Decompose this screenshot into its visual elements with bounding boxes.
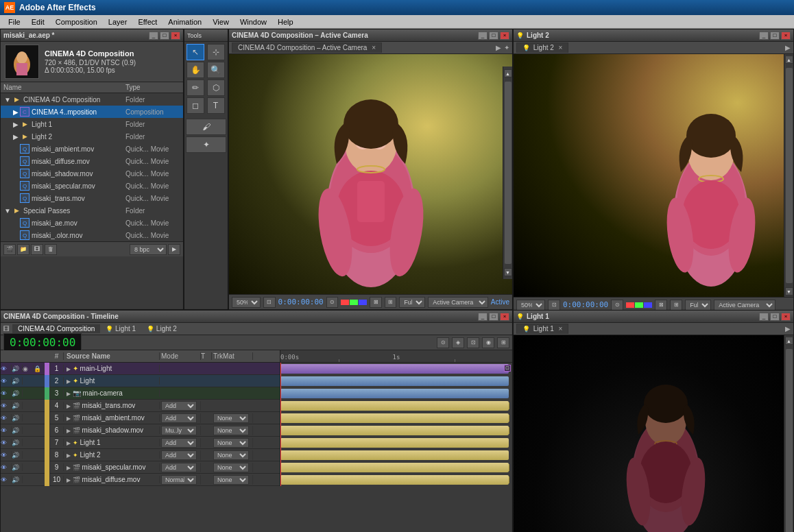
audio-icon[interactable]: 🔊 <box>12 452 19 459</box>
list-item[interactable]: ▼ ▶ Special Passes Folder <box>1 204 183 217</box>
timeline-tab-light1[interactable]: 💡 Light 1 <box>100 324 141 333</box>
mode-select[interactable]: Mu..lyMultiply <box>161 426 197 435</box>
list-item[interactable]: Q misaki_.olor.mov Quick... Movie <box>1 229 183 241</box>
mode-select[interactable]: NormalAdd <box>161 475 197 485</box>
hand-tool[interactable]: ✋ <box>187 62 204 78</box>
scroll-up-icon[interactable]: ▲ <box>785 337 793 345</box>
menu-window[interactable]: Window <box>234 15 272 28</box>
expand-arrow[interactable]: ▶ <box>67 391 71 397</box>
brush-tool[interactable]: 🖌 <box>186 119 226 135</box>
layer-bar-3[interactable] <box>280 389 509 398</box>
visibility-icon[interactable]: 👁 <box>1 464 7 471</box>
text-tool[interactable]: T <box>207 97 225 114</box>
audio-icon[interactable]: 🔊 <box>12 365 19 372</box>
nav-arrow-icon[interactable]: ▶ <box>785 44 791 51</box>
expand-arrow[interactable]: ▶ <box>67 452 71 459</box>
minimize-button[interactable]: _ <box>759 313 769 321</box>
visibility-icon[interactable]: 👁 <box>1 378 7 385</box>
close-button[interactable]: × <box>500 313 509 321</box>
timeline-tab-main[interactable]: CINEMA 4D Composition <box>12 324 100 333</box>
close-tab-icon[interactable]: × <box>559 325 563 332</box>
audio-icon[interactable]: 🔊 <box>12 439 19 446</box>
light1-tab[interactable]: 💡 Light 1 × <box>516 324 568 334</box>
list-item[interactable]: ▶ C CINEMA 4..mposition Composition <box>1 106 183 118</box>
solo-icon[interactable]: ◉ <box>23 365 28 372</box>
visibility-icon[interactable]: 👁 <box>1 439 7 446</box>
solo-button[interactable]: ◈ <box>452 337 464 348</box>
maximize-button[interactable]: □ <box>770 32 780 40</box>
list-item[interactable]: Q misaki_trans.mov Quick... Movie <box>1 192 183 204</box>
audio-icon[interactable]: 🔊 <box>12 427 19 434</box>
layer-bar-4[interactable] <box>280 401 509 411</box>
maximize-button[interactable]: □ <box>489 313 498 321</box>
layer-row-4[interactable]: 👁 🔊 4 ▶ 🎬 misaki_trans.mov AddNormal <box>1 400 280 412</box>
layer-row-9[interactable]: 👁 🔊 9 ▶ 🎬 misaki_specular.mov Add <box>1 461 280 474</box>
mode-select[interactable]: AddNormal <box>161 413 197 423</box>
lock-icon[interactable]: 🔒 <box>34 365 41 372</box>
layer-row-5[interactable]: 👁 🔊 5 ▶ 🎬 misaki_ambient.mov AddNormal <box>1 412 280 424</box>
scroll-down-icon[interactable]: ▼ <box>785 287 793 295</box>
menu-layer[interactable]: Layer <box>103 15 133 28</box>
clone-tool[interactable]: ✦ <box>186 136 226 153</box>
nav-right-icon[interactable]: ▶ <box>496 44 501 51</box>
light2-tab[interactable]: 💡 Light 2 × <box>516 43 568 53</box>
layer-bar-7[interactable] <box>280 438 509 448</box>
expand-arrow[interactable]: ▶ <box>67 403 71 409</box>
minimize-button[interactable]: _ <box>478 32 488 40</box>
expand-arrow[interactable]: ▶ <box>67 378 71 385</box>
viewer-tab-main[interactable]: CINEMA 4D Composition – Active Camera × <box>232 43 382 53</box>
visibility-icon[interactable]: 👁 <box>1 402 7 409</box>
quality-select[interactable]: Full <box>685 300 711 311</box>
expand-arrow[interactable]: ▶ <box>67 440 71 446</box>
trkmat-select[interactable]: None <box>213 475 249 485</box>
scroll-up-icon[interactable]: ▲ <box>785 56 793 64</box>
menu-composition[interactable]: Composition <box>50 15 103 28</box>
close-tab-icon[interactable]: × <box>559 44 563 51</box>
maximize-button[interactable]: □ <box>160 32 169 40</box>
expand-arrow[interactable]: ▶ <box>67 465 71 471</box>
list-item[interactable]: Q misaki_shadow.mov Quick... Movie <box>1 167 183 180</box>
layer-row-7[interactable]: 👁 🔊 7 ▶ ✦ Light 1 Add <box>1 437 280 449</box>
zoom-tool[interactable]: 🔍 <box>207 62 225 78</box>
expand-arrow[interactable]: ▶ <box>67 428 71 434</box>
bit-depth-select[interactable]: 8 bpc 16 bpc 32 bpc <box>130 244 167 255</box>
list-item[interactable]: Q misaki_specular.mov Quick... Movie <box>1 180 183 192</box>
audio-icon[interactable]: 🔊 <box>12 402 19 409</box>
delete-button[interactable]: 🗑 <box>45 244 57 255</box>
zoom-select[interactable]: 50% 100% 25% <box>232 297 261 308</box>
layer-row-1[interactable]: 👁 🔊 ◉ 🔒 1 ▶ ✦ main-Light <box>1 363 280 375</box>
motion-blur-button[interactable]: ◉ <box>482 337 494 348</box>
mode-select[interactable]: AddNormal <box>161 401 197 411</box>
transparency-button[interactable]: ⊠ <box>370 297 382 308</box>
layer-bar-2[interactable] <box>280 376 509 386</box>
minimize-button[interactable]: _ <box>478 313 488 321</box>
maximize-button[interactable]: □ <box>770 313 780 321</box>
trkmat-select[interactable]: None <box>213 413 249 423</box>
visibility-icon[interactable]: 👁 <box>1 452 7 459</box>
layer-bar-1[interactable] <box>280 364 509 374</box>
mode-select[interactable]: Add <box>161 438 197 448</box>
audio-icon[interactable]: 🔊 <box>12 378 19 385</box>
set-current-time-button[interactable]: ⊙ <box>326 297 339 308</box>
mode-select[interactable]: Add <box>161 463 197 472</box>
list-item[interactable]: Q misaki_ae.mov Quick... Movie <box>1 217 183 229</box>
minimize-button[interactable]: _ <box>149 32 158 40</box>
menu-edit[interactable]: Edit <box>26 15 50 28</box>
rotation-tool[interactable]: ⊹ <box>207 44 225 60</box>
close-button[interactable]: × <box>171 32 180 40</box>
menu-view[interactable]: View <box>207 15 234 28</box>
quality-select[interactable]: Full Half Third <box>399 297 425 308</box>
trkmat-select[interactable]: None <box>213 426 249 435</box>
frame-blending-button[interactable]: ⊞ <box>497 337 509 348</box>
time-button[interactable]: ⊙ <box>611 300 623 311</box>
trkmat-select[interactable]: None <box>213 450 249 460</box>
new-comp-button[interactable]: 🎞 <box>31 244 43 255</box>
close-button[interactable]: × <box>781 32 791 40</box>
visibility-icon[interactable]: 👁 <box>1 415 7 422</box>
layer-bar-9[interactable] <box>280 463 509 472</box>
alpha-button[interactable]: ⊠ <box>655 300 667 311</box>
menu-help[interactable]: Help <box>272 15 299 28</box>
camera-select[interactable]: Active Camera <box>428 297 488 308</box>
mode-select[interactable]: Add <box>161 450 197 460</box>
scroll-down-icon[interactable]: ▼ <box>504 268 512 276</box>
